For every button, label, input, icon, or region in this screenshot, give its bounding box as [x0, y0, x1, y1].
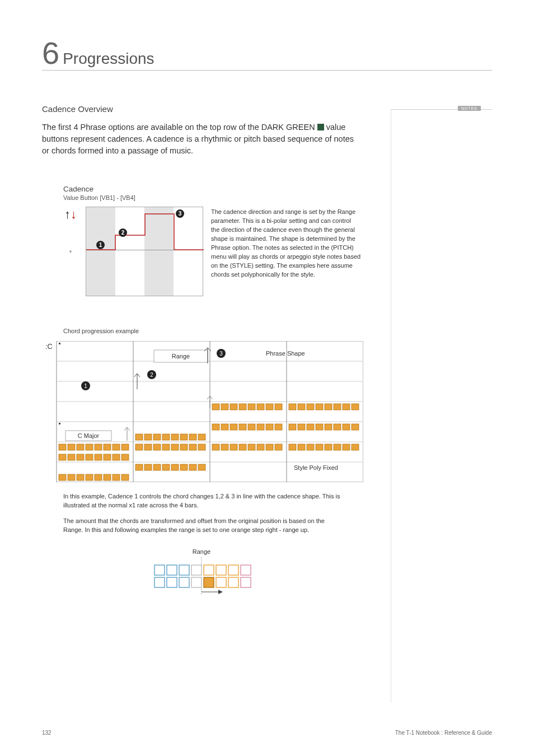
- svg-rect-84: [239, 424, 246, 430]
- badge-1: 1: [96, 241, 105, 249]
- key-label: :C: [45, 342, 53, 351]
- svg-rect-55: [189, 434, 196, 440]
- svg-rect-101: [325, 404, 332, 410]
- svg-rect-72: [198, 464, 205, 470]
- svg-rect-40: [121, 454, 129, 460]
- svg-rect-59: [153, 444, 161, 450]
- svg-rect-88: [275, 424, 282, 430]
- overview-heading: Cadence Overview: [42, 104, 361, 114]
- svg-rect-57: [135, 444, 143, 450]
- svg-rect-130: [154, 577, 165, 587]
- svg-rect-132: [179, 577, 189, 587]
- svg-rect-134: [204, 577, 214, 587]
- svg-rect-62: [180, 444, 188, 450]
- chord-progression-grid: :C: [42, 341, 363, 482]
- svg-rect-47: [113, 474, 120, 480]
- svg-rect-54: [180, 434, 188, 440]
- svg-rect-133: [191, 577, 202, 587]
- svg-rect-52: [162, 434, 170, 440]
- svg-rect-105: [289, 424, 296, 430]
- svg-rect-38: [104, 454, 111, 460]
- svg-rect-111: [343, 424, 350, 430]
- svg-rect-37: [95, 454, 102, 460]
- svg-rect-91: [230, 444, 237, 450]
- svg-rect-29: [95, 444, 102, 450]
- svg-rect-107: [307, 424, 314, 430]
- svg-rect-42: [68, 474, 75, 480]
- svg-rect-115: [307, 444, 314, 450]
- dark-green-swatch-icon: [317, 124, 324, 130]
- svg-text:3: 3: [219, 351, 223, 357]
- svg-rect-112: [352, 424, 359, 430]
- svg-rect-11: [59, 423, 60, 424]
- svg-rect-108: [316, 424, 323, 430]
- svg-text:1: 1: [84, 383, 87, 389]
- direction-arrows: ↑↓ *: [63, 207, 78, 255]
- page-number: 132: [42, 730, 51, 736]
- svg-rect-30: [104, 444, 111, 450]
- notes-label: NOTES: [458, 106, 481, 111]
- svg-rect-64: [198, 444, 205, 450]
- svg-text:Phrase Shape: Phrase Shape: [266, 350, 305, 357]
- range-diagram: Range: [42, 548, 361, 599]
- svg-rect-61: [171, 444, 179, 450]
- svg-rect-43: [77, 474, 84, 480]
- svg-rect-92: [239, 444, 246, 450]
- svg-rect-129: [241, 565, 251, 575]
- svg-rect-85: [248, 424, 255, 430]
- star-marker-icon: *: [63, 250, 78, 255]
- svg-rect-48: [121, 474, 129, 480]
- svg-rect-53: [171, 434, 179, 440]
- svg-rect-136: [228, 577, 238, 587]
- svg-rect-77: [248, 404, 255, 410]
- svg-rect-41: [59, 474, 66, 480]
- svg-rect-137: [241, 577, 251, 587]
- svg-text:C Major: C Major: [78, 432, 100, 439]
- svg-rect-127: [216, 565, 226, 575]
- chord-example-title: Chord progression example: [63, 328, 361, 334]
- svg-rect-135: [216, 577, 226, 587]
- svg-rect-65: [135, 464, 143, 470]
- svg-rect-104: [352, 404, 359, 410]
- svg-rect-117: [325, 444, 332, 450]
- cadence-description: The cadence direction and range is set b…: [211, 207, 361, 279]
- svg-rect-126: [204, 565, 214, 575]
- svg-rect-87: [266, 424, 273, 430]
- svg-text:2: 2: [150, 372, 153, 378]
- chapter-header: 6 Progressions: [42, 39, 492, 71]
- svg-rect-83: [230, 424, 237, 430]
- svg-rect-34: [68, 454, 75, 460]
- arrow-up-icon: ↑: [64, 207, 71, 221]
- svg-rect-113: [289, 444, 296, 450]
- svg-rect-80: [275, 404, 282, 410]
- svg-rect-120: [352, 444, 359, 450]
- svg-rect-110: [334, 424, 341, 430]
- cadence-shape-graph: 1 2 3: [86, 207, 203, 296]
- svg-rect-50: [144, 434, 152, 440]
- svg-rect-69: [171, 464, 179, 470]
- book-title: The T-1 Notebook : Reference & Guide: [395, 730, 492, 736]
- svg-rect-114: [298, 444, 305, 450]
- svg-rect-45: [95, 474, 102, 480]
- svg-rect-58: [144, 444, 152, 450]
- svg-rect-49: [135, 434, 143, 440]
- cadence-subtitle: Value Button [VB1] - [VB4]: [63, 194, 361, 201]
- svg-rect-10: [59, 343, 60, 344]
- svg-rect-119: [343, 444, 350, 450]
- svg-rect-67: [153, 464, 161, 470]
- intro-pre: The first 4 Phrase options are available…: [42, 123, 317, 132]
- svg-rect-25: [59, 444, 66, 450]
- svg-rect-94: [257, 444, 264, 450]
- svg-marker-140: [218, 590, 223, 594]
- svg-rect-63: [189, 444, 196, 450]
- svg-rect-123: [167, 565, 177, 575]
- svg-rect-82: [221, 424, 228, 430]
- svg-rect-26: [68, 444, 75, 450]
- example-para-2: The amount that the chords are transform…: [63, 517, 343, 535]
- badge-3: 3: [176, 209, 184, 218]
- svg-rect-36: [86, 454, 93, 460]
- svg-rect-103: [343, 404, 350, 410]
- svg-rect-131: [167, 577, 177, 587]
- svg-rect-39: [113, 454, 120, 460]
- svg-rect-27: [77, 444, 84, 450]
